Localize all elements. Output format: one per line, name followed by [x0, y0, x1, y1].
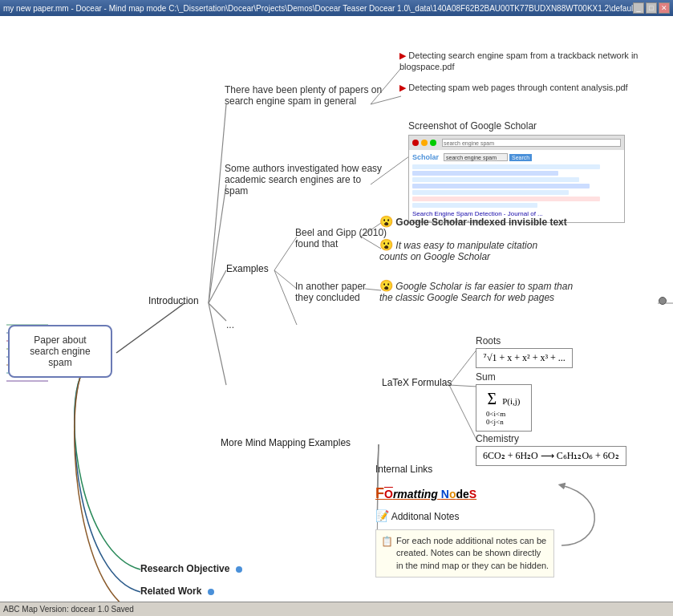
gs-indexed-emoji: 😮 — [379, 215, 393, 228]
beel-gipp-label: Beel and Gipp (2010)found that — [295, 227, 387, 249]
gs-easy-label: It was easy to manipulate citationcounts… — [379, 240, 537, 262]
sum-formula: Σ P(i,j) 0<i<m0<j<n — [476, 384, 532, 432]
sum-node: Sum Σ P(i,j) 0<i<m0<j<n — [476, 371, 532, 432]
plenty-papers-label: There have been plenty of papers onsearc… — [225, 84, 382, 107]
svg-line-15 — [449, 349, 477, 385]
right-fold-indicator[interactable] — [659, 297, 667, 305]
related-work-label: Related Work — [140, 586, 201, 597]
pdf1-node[interactable]: ▶ Detecting search engine spam from a tr… — [399, 50, 673, 72]
some-authors-label: Some authors investigated how easyacadem… — [225, 163, 385, 197]
internal-links-node[interactable]: Internal Links — [375, 464, 432, 475]
notes-text-node: 📋 For each node additional notes can bec… — [375, 529, 554, 578]
gs-easy-node[interactable]: 😮 It was easy to manipulate citationcoun… — [379, 238, 537, 262]
svg-line-20 — [377, 444, 379, 517]
roots-formula-text: ⁷√1 + x + x² + x³ + ... — [483, 352, 566, 363]
formatting-node[interactable]: FOrmatting NodeS — [375, 485, 476, 502]
gs-indexed-node[interactable]: 😮 Google Scholar indexed invisible text — [379, 215, 567, 228]
scholar-toolbar: search engine spam — [409, 136, 624, 150]
roots-formula: ⁷√1 + x + x² + x³ + ... — [476, 348, 573, 368]
pdf2-icon: ▶ — [399, 83, 406, 92]
more-mindmap-node[interactable]: More Mind Mapping Examples — [221, 437, 351, 448]
title-bar: my new paper.mm - Docear - Mind map mode… — [0, 0, 673, 16]
related-work-circle — [208, 589, 214, 595]
latex-node[interactable]: LaTeX Formulas — [382, 377, 452, 388]
svg-line-11 — [274, 270, 297, 325]
chemistry-formula: 6CO₂ + 6H₂O ⟶ C₆H₁₂O₆ + 6O₂ — [476, 446, 626, 466]
notes-text-content: For each node additional notes can becre… — [396, 535, 549, 572]
examples-node[interactable]: Examples — [226, 263, 269, 274]
svg-line-9 — [274, 237, 297, 270]
latex-label: LaTeX Formulas — [382, 377, 452, 388]
chemistry-node: Chemistry 6CO₂ + 6H₂O ⟶ C₆H₁₂O₆ + 6O₂ — [476, 433, 626, 466]
introduction-node[interactable]: Introduction — [148, 295, 199, 306]
svg-line-10 — [274, 270, 297, 289]
examples-label: Examples — [226, 263, 269, 274]
root-node-box: Paper about search engine spam — [8, 325, 112, 378]
root-node[interactable]: Paper about search engine spam — [8, 325, 112, 378]
google-scholar-image: search engine spam Scholar search engine… — [408, 135, 625, 223]
close-button[interactable]: ✕ — [659, 2, 670, 14]
internal-links-label: Internal Links — [375, 464, 432, 475]
status-bar: ABC Map Version: docear 1.0 Saved — [0, 602, 673, 616]
scholar-content: Scholar search engine spam Search Search… — [409, 150, 624, 222]
additional-notes-label: Additonal Notes — [391, 511, 460, 522]
status-text: ABC Map Version: docear 1.0 Saved — [3, 605, 134, 614]
chemistry-formula-text: 6CO₂ + 6H₂O ⟶ C₆H₁₂O₆ + 6O₂ — [483, 450, 619, 461]
title-text: my new paper.mm - Docear - Mind map mode… — [3, 4, 633, 13]
another-paper-node[interactable]: In another paperthey concluded — [295, 281, 366, 303]
roots-label: Roots — [476, 335, 573, 346]
gs-indexed-label: Google Scholar indexed invisible text — [395, 217, 566, 228]
some-authors-node[interactable]: Some authors investigated how easyacadem… — [225, 163, 385, 197]
another-paper-label: In another paperthey concluded — [295, 281, 366, 303]
ellipsis-label: ... — [226, 319, 234, 330]
roots-node: Roots ⁷√1 + x + x² + x³ + ... — [476, 335, 573, 368]
mindmap-area: Paper about search engine spam Introduct… — [0, 16, 673, 602]
pdf2-label: Detecting spam web pages through content… — [408, 83, 627, 92]
svg-line-3 — [209, 270, 226, 303]
pdf1-icon: ▶ — [399, 51, 406, 60]
gs-far-easier-node[interactable]: 😮 Google Scholar is far easier to spam t… — [379, 279, 573, 303]
pdf2-node[interactable]: ▶ Detecting spam web pages through conte… — [399, 82, 628, 93]
svg-line-14 — [365, 289, 381, 290]
gs-far-easier-label: Google Scholar is far easier to spam tha… — [379, 281, 573, 303]
sum-label: Sum — [476, 371, 532, 383]
notes-text-icon: 📋 — [381, 536, 393, 547]
notes-icon: 📝 — [375, 509, 389, 522]
research-objective-circle — [236, 566, 242, 573]
root-node-label: Paper about search engine spam — [30, 334, 90, 368]
plenty-papers-node[interactable]: There have been plenty of papers onsearc… — [225, 84, 382, 107]
screenshot-label-node: Screenshot of Google Scholar — [408, 120, 537, 132]
introduction-label: Introduction — [148, 295, 199, 306]
svg-line-2 — [209, 184, 226, 303]
svg-line-0 — [116, 303, 184, 353]
svg-line-1 — [209, 104, 226, 303]
beel-gipp-node[interactable]: Beel and Gipp (2010)found that — [295, 227, 387, 249]
related-work-node[interactable]: Related Work — [140, 586, 214, 597]
more-mindmap-label: More Mind Mapping Examples — [221, 437, 351, 448]
pdf1-label: Detecting search engine spam from a trac… — [399, 51, 638, 71]
window-controls[interactable]: _ □ ✕ — [633, 2, 670, 14]
additional-notes-node[interactable]: 📝 Additonal Notes — [375, 509, 459, 522]
ellipsis-node: ... — [226, 319, 234, 330]
svg-line-4 — [209, 303, 226, 321]
formatting-label: FOrmatting NodeS — [375, 488, 476, 500]
svg-line-17 — [449, 385, 477, 441]
research-objective-node[interactable]: Research Objective — [140, 563, 242, 574]
maximize-button[interactable]: □ — [646, 2, 657, 14]
screenshot-label: Screenshot of Google Scholar — [408, 120, 537, 132]
svg-line-16 — [449, 385, 477, 387]
chemistry-label: Chemistry — [476, 433, 626, 444]
gs-far-easier-emoji: 😮 — [379, 279, 393, 292]
research-objective-label: Research Objective — [140, 563, 229, 574]
gs-easy-emoji: 😮 — [379, 238, 393, 251]
svg-line-5 — [209, 303, 226, 385]
minimize-button[interactable]: _ — [633, 2, 644, 14]
